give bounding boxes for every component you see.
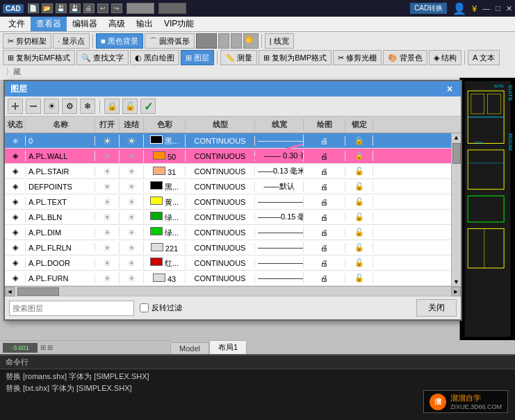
- layout-tabs: Model 布局1: [170, 340, 247, 354]
- td-locked: 🔓: [345, 135, 373, 146]
- layer-unlock-btn[interactable]: 🔓: [122, 99, 138, 114]
- td-linetype: CONTINUOUS: [186, 228, 255, 237]
- maximize-btn[interactable]: □: [496, 4, 500, 12]
- sun-icon: ☀: [48, 101, 56, 111]
- layer-btn[interactable]: ⊞ 图层: [181, 50, 214, 65]
- horizontal-scrollbar[interactable]: ◄ ►: [5, 286, 461, 296]
- layout1-tab[interactable]: 布局1: [209, 340, 247, 354]
- drawing-area: SUITE ROOM SUITE ROOM: [459, 78, 515, 340]
- td-freeze: ☀: [120, 257, 144, 269]
- th-color[interactable]: 色彩: [144, 118, 186, 131]
- table-row[interactable]: ◈ A.PL.FLRLN ☀ ☀ 221 CONTINUOUS ——————默认…: [5, 240, 451, 255]
- sep4: [464, 51, 465, 65]
- bw-draw-btn[interactable]: ◐ 黑白绘图: [130, 50, 179, 65]
- struct-btn[interactable]: ◈ 结构: [429, 50, 461, 65]
- brand-icon: 溜: [430, 394, 446, 410]
- measure-btn[interactable]: 📏 测量: [220, 50, 257, 65]
- scroll-left-btn[interactable]: ◄: [5, 287, 15, 296]
- menu-viewer[interactable]: 查看器: [31, 17, 67, 31]
- horiz-scroll-thumb[interactable]: [17, 287, 59, 296]
- td-color: 红...: [144, 257, 186, 269]
- td-lineweight: ———0.15 毫米: [255, 211, 304, 223]
- bmp-icon: ⊞: [263, 53, 270, 62]
- save-as-icon[interactable]: 💾: [70, 3, 81, 13]
- color-swatch: [150, 212, 163, 220]
- layer-lock-btn[interactable]: 🔒: [104, 99, 120, 114]
- confirm-btn[interactable]: ✓: [140, 99, 156, 114]
- command-title-bar: 命令行: [0, 355, 515, 369]
- open-file-icon[interactable]: 📂: [42, 3, 53, 13]
- layer-visible-btn[interactable]: ☀: [44, 99, 59, 114]
- delete-layer-btn[interactable]: [26, 99, 41, 114]
- th-lock[interactable]: 连结: [120, 118, 144, 131]
- layer-settings-btn[interactable]: ⚙: [62, 99, 77, 114]
- table-row[interactable]: ◈ DEFPOINTS ☀ ☀ 黑... CONTINUOUS ——默认 🖨 🔓: [5, 179, 451, 194]
- new-file-icon[interactable]: 📄: [28, 3, 39, 13]
- search-layer-input[interactable]: [9, 301, 134, 316]
- scroll-right-btn[interactable]: ►: [451, 287, 461, 296]
- minimize-btn[interactable]: —: [482, 4, 490, 12]
- redo-icon[interactable]: ↪: [111, 3, 122, 13]
- table-row[interactable]: ◈ A.PL.BLN ☀ ☀ 绿... CONTINUOUS ———0.15 毫…: [5, 210, 451, 225]
- trim-btn[interactable]: ✂ 修剪光棚: [333, 50, 382, 65]
- td-name: 0: [26, 136, 95, 146]
- dialog-close-btn[interactable]: ×: [444, 83, 455, 94]
- table-row[interactable]: ◈ A.PL.FURN ☀ ☀ 43 CONTINUOUS ——————默认 🖨…: [5, 271, 451, 286]
- sun-icon: ☀: [103, 227, 112, 238]
- smooth-arc-btn[interactable]: ⌒ 圆滑弧形: [145, 33, 195, 49]
- scroll-thumb[interactable]: [452, 143, 461, 164]
- scroll-up-btn[interactable]: ▲: [452, 133, 461, 142]
- save-icon[interactable]: 💾: [56, 3, 67, 13]
- th-name[interactable]: 名称: [26, 118, 95, 131]
- undo-icon[interactable]: ↩: [97, 3, 108, 13]
- td-locked: 🔓: [345, 258, 373, 268]
- menu-advanced[interactable]: 高级: [103, 17, 131, 31]
- menu-editor[interactable]: 编辑器: [67, 17, 103, 31]
- filter-checkbox-container[interactable]: 反转过滤: [140, 303, 182, 313]
- bgcolor-btn[interactable]: 🎨 背景色: [383, 50, 427, 65]
- table-row[interactable]: ◈ A.PL.STAIR ☀ ☀ 31 CONTINUOUS ——0.13 毫米…: [5, 164, 451, 179]
- show-points-btn[interactable]: · 显示点: [53, 33, 90, 49]
- new-layer-btn[interactable]: [8, 99, 23, 114]
- vertical-scrollbar[interactable]: ▲ ▼: [451, 133, 461, 286]
- cad-convert-button[interactable]: CAD转换: [410, 3, 447, 14]
- table-row[interactable]: ◈ A.PL.DIM ☀ ☀ 绿... CONTINUOUS ——————默认 …: [5, 225, 451, 240]
- th-lineweight[interactable]: 线宽: [255, 118, 304, 131]
- cut-frame-btn[interactable]: ✂ 剪切框架: [3, 33, 51, 49]
- td-linetype: CONTINUOUS: [186, 258, 255, 268]
- td-status: ◈: [5, 242, 26, 253]
- sun-icon2: ☀: [127, 212, 136, 223]
- layer-snowflake-btn[interactable]: ❄: [80, 99, 95, 114]
- dialog-close-footer-btn[interactable]: 关闭: [416, 299, 457, 317]
- text-btn[interactable]: A 文本: [468, 50, 500, 65]
- black-bg-btn[interactable]: ■ 黑色背景: [96, 33, 143, 49]
- sun-icon: ☀: [103, 181, 112, 192]
- sun-icon2: ☀: [127, 242, 136, 253]
- copy-emf-btn[interactable]: ⊞ 复制为EMF格式: [3, 50, 75, 65]
- td-name: A.PL.FURN: [26, 274, 95, 283]
- th-locked[interactable]: 锁定: [345, 118, 373, 131]
- close-btn[interactable]: ✕: [506, 4, 512, 13]
- print-icon[interactable]: 🖨: [83, 3, 95, 13]
- td-plot: 🖨: [304, 274, 345, 283]
- scroll-down-btn[interactable]: ▼: [452, 278, 461, 286]
- table-row[interactable]: ◈ A.PL.DOOR ☀ ☀ 红... CONTINUOUS ——————默认…: [5, 255, 451, 271]
- table-row[interactable]: ◈ A.PL.WALL ☀ ☀ 50 CONTINUOUS ——— 0.30 毫…: [5, 149, 451, 164]
- lock-row-icon: 🔓: [354, 182, 364, 190]
- linewidth-btn[interactable]: | 线宽: [265, 33, 294, 49]
- table-row[interactable]: ◈ A.PL.TEXT ☀ ☀ 黄... CONTINUOUS ——————默认…: [5, 194, 451, 210]
- copy-bmp-btn[interactable]: ⊞ 复制为BMP格式: [259, 50, 332, 65]
- model-tab[interactable]: Model: [170, 342, 209, 354]
- find-text-btn[interactable]: 🔍 查找文字: [76, 50, 129, 65]
- color-swatch: [153, 167, 165, 175]
- th-linetype[interactable]: 线型: [186, 118, 255, 131]
- table-row[interactable]: ◈ 0 ☀ ☀ 黑... CONTINUOUS —————— 毫米 🖨 🔓: [5, 133, 451, 149]
- logo-watermark: 溜 溜溜自学 ZIXUE.3D66.COM: [423, 390, 508, 413]
- menu-vip[interactable]: VIP功能: [158, 17, 199, 31]
- filter-checkbox[interactable]: [140, 303, 149, 312]
- th-plot[interactable]: 绘图: [304, 118, 345, 131]
- th-open[interactable]: 打开: [95, 118, 120, 131]
- menu-file[interactable]: 文件: [3, 17, 31, 31]
- menu-output[interactable]: 输出: [131, 17, 158, 31]
- lineweight-val: 默认: [279, 182, 295, 190]
